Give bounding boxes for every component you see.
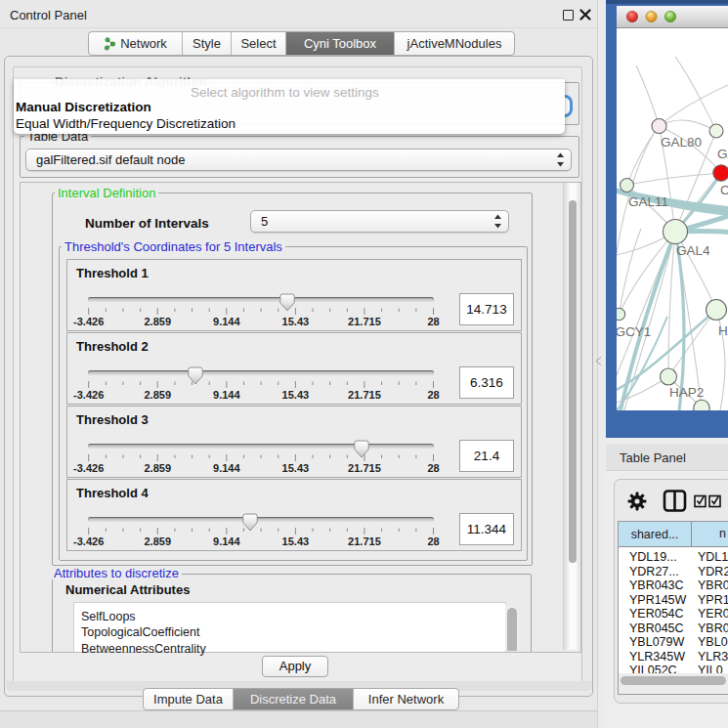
svg-text:GAL4: GAL4 [676,243,710,258]
svg-text:CY: CY [720,183,728,197]
svg-text:GAL11: GAL11 [628,194,668,209]
svg-text:HAP2: HAP2 [669,385,704,400]
svg-text:GCY1: GCY1 [617,324,651,339]
svg-text:GAL80: GAL80 [661,135,702,150]
svg-text:HA: HA [718,323,728,338]
svg-text:GAL1: GAL1 [717,147,728,161]
